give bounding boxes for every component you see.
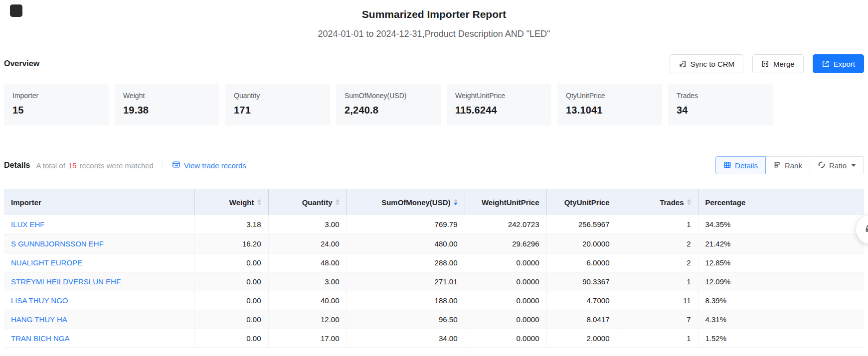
stat-label: QtyUnitPrice [566,91,654,100]
circle-arrows-icon [818,161,826,170]
app-menu-icon[interactable] [10,4,22,17]
stat-label: Quantity [234,91,322,100]
sort-icon-descending-active[interactable] [454,199,458,205]
toolbar-buttons: Sync to CRM Merge [670,54,864,73]
cell-qty-unit-price: 256.5967 [546,215,617,234]
view-trade-records-link[interactable]: View trade records [172,160,246,170]
stat-card-quantity: Quantity 171 [225,84,330,125]
cell-qty-unit-price: 6.0000 [546,253,617,272]
cell-quantity: 3.00 [268,215,347,234]
cell-weight-unit-price: 242.0723 [465,215,546,234]
sync-to-crm-label: Sync to CRM [691,60,734,68]
cell-qty-unit-price: 2.0000 [546,329,617,348]
cell-sum-of-money: 769.79 [347,215,465,234]
cell-sum-of-money: 34.00 [347,329,465,348]
cell-percentage: 21.42% [698,234,864,253]
cell-trades: 2 [617,234,698,253]
stat-card-sum-of-money: SumOfMoney(USD) 2,240.8 [336,84,441,125]
table-header: Importer Weight Quantity SumOfMoney(USD)… [4,189,864,215]
column-label: SumOfMoney(USD) [381,198,450,207]
cell-percentage: 12.85% [698,253,864,272]
overview-cards: Importer 15 Weight 19.38 Quantity 171 Su… [4,84,864,125]
column-header-trades[interactable]: Trades [617,189,698,215]
sort-icon[interactable] [257,199,261,205]
cell-sum-of-money: 288.00 [347,253,465,272]
stat-card-weight: Weight 19.38 [115,84,219,125]
page-subtitle: 2024-01-01 to 2024-12-31,Product Descrip… [4,28,864,40]
tab-rank[interactable]: Rank [765,156,810,174]
cell-weight: 0.00 [194,329,268,348]
cell-percentage: 8.39% [698,291,864,310]
table-row: NUALIGHT EUROPE0.0048.00288.000.00006.00… [4,253,864,272]
sort-icon[interactable] [336,199,340,205]
stat-value: 2,240.8 [345,105,432,116]
report-page: Summarized Importer Report 2024-01-01 to… [0,0,868,348]
column-label: Importer [11,198,41,207]
vertical-divider [163,161,163,170]
stat-label: WeightUnitPrice [455,91,543,100]
table-row: S GUNNBJORNSSON EHF16.2024.00480.0029.62… [4,234,864,253]
merge-label: Merge [773,60,795,68]
cell-percentage: 1.52% [698,329,864,348]
column-header-percentage: Percentage [698,189,864,215]
export-label: Export [834,60,855,68]
cell-weight: 0.00 [194,291,268,310]
cell-qty-unit-price: 90.3367 [546,272,617,291]
merge-button[interactable]: Merge [752,54,804,73]
cell-qty-unit-price: 4.7000 [546,291,617,310]
stat-card-trades: Trades 34 [668,84,773,125]
trade-records-icon [172,160,180,170]
sync-to-crm-button[interactable]: Sync to CRM [670,54,743,73]
stat-value: 115.6244 [455,105,543,116]
column-header-quantity[interactable]: Quantity [268,189,347,215]
cell-trades: 2 [617,253,698,272]
importer-link[interactable]: LISA THUY NGO [11,296,68,305]
importer-link[interactable]: STREYMI HEILDVERSLUN EHF [11,277,121,286]
cell-trades: 11 [617,291,698,310]
table-row: LISA THUY NGO0.0040.00188.000.00004.7000… [4,291,864,310]
cell-percentage: 34.35% [698,215,864,234]
importer-link[interactable]: S GUNNBJORNSSON EHF [11,239,104,248]
cell-importer: HANG THUY HA [4,310,194,329]
column-label: Percentage [705,198,746,207]
importer-link[interactable]: TRAN BICH NGA [11,334,70,343]
stat-label: Weight [123,91,211,100]
table-row: ILUX EHF3.183.00769.79242.0723256.596713… [4,215,864,234]
cell-weight: 0.00 [194,272,268,291]
cell-sum-of-money: 271.01 [347,272,465,291]
cell-quantity: 12.00 [268,310,347,329]
column-label: WeightUnitPrice [482,198,539,207]
page-title: Summarized Importer Report [4,7,864,22]
table-grid-icon [723,161,731,170]
sync-to-crm-icon [679,60,687,68]
cell-trades: 1 [617,215,698,234]
overview-toolbar: Overview Sync to CRM [4,54,864,74]
overview-heading: Overview [4,59,39,68]
details-bar: Details A total of 15 records were match… [4,156,864,174]
cell-sum-of-money: 96.50 [347,310,465,329]
cell-importer: STREYMI HEILDVERSLUN EHF [4,272,194,291]
export-button[interactable]: Export [813,54,864,73]
importer-link[interactable]: HANG THUY HA [11,315,67,324]
column-header-importer: Importer [4,189,194,215]
cell-trades: 1 [617,272,698,291]
column-header-weight[interactable]: Weight [194,189,268,215]
cell-importer: TRAN BICH NGA [4,329,194,348]
table-row: STREYMI HEILDVERSLUN EHF0.003.00271.010.… [4,272,864,291]
view-switcher: Details Rank Ratio [715,156,864,174]
cell-quantity: 17.00 [268,329,347,348]
cell-importer: LISA THUY NGO [4,291,194,310]
stat-label: SumOfMoney(USD) [345,91,432,100]
tab-ratio[interactable]: Ratio [810,156,864,174]
column-header-sum-of-money[interactable]: SumOfMoney(USD) [347,189,465,215]
table-row: TRAN BICH NGA0.0017.0034.000.00002.00001… [4,329,864,348]
cell-weight-unit-price: 29.6296 [465,234,546,253]
importer-link[interactable]: ILUX EHF [11,220,45,229]
total-suffix: records were matched [80,161,154,170]
importer-link[interactable]: NUALIGHT EUROPE [11,258,82,267]
sort-icon[interactable] [687,199,691,205]
table-body: ILUX EHF3.183.00769.79242.0723256.596713… [4,215,864,348]
importer-table: Importer Weight Quantity SumOfMoney(USD)… [4,189,864,348]
stat-value: 15 [12,105,100,116]
tab-details[interactable]: Details [715,156,766,174]
